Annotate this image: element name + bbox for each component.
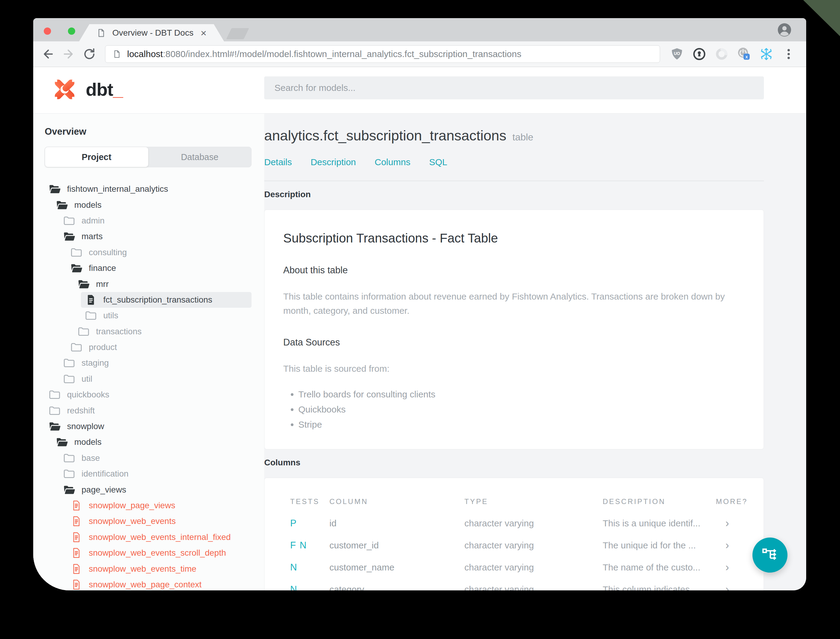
tree-item-models[interactable]: models: [52, 197, 251, 213]
url-text: localhost:8080/index.html#!/model/model.…: [127, 49, 521, 59]
column-description: The unique id for the ...: [603, 534, 716, 556]
lineage-graph-icon: [761, 546, 779, 564]
tree-item-label: snowplow_web_page_context: [89, 580, 202, 590]
tree-item-finance[interactable]: finance: [67, 260, 251, 276]
tree-item-label: fct_subscription_transactions: [103, 295, 212, 305]
tree-item-admin[interactable]: admin: [59, 213, 251, 229]
ublock-icon[interactable]: UO: [670, 48, 684, 61]
description-card: Subscription Transactions - Fact Table A…: [264, 210, 764, 449]
lineage-graph-fab[interactable]: [753, 537, 788, 572]
tree-item-marts[interactable]: marts: [59, 229, 251, 244]
tree-item-util[interactable]: util: [59, 371, 251, 387]
back-button[interactable]: [42, 48, 55, 61]
tree-item-label: models: [74, 200, 102, 210]
column-description: This column indicates ...: [603, 579, 716, 591]
new-tab-button[interactable]: [226, 28, 249, 39]
browser-profile-avatar[interactable]: [777, 23, 792, 37]
close-window-button[interactable]: [44, 27, 51, 35]
model-type-badge: table: [512, 132, 533, 143]
tree-item-fct_subscription_transactions[interactable]: fct_subscription_transactions: [81, 292, 251, 308]
tree-item-fishtown_internal_analytics[interactable]: fishtown_internal_analytics: [45, 181, 251, 197]
sidebar-tab-project[interactable]: Project: [45, 147, 148, 167]
folder-open-icon: [49, 421, 60, 432]
description-section-label: Description: [264, 190, 764, 199]
tree-item-base[interactable]: base: [59, 450, 251, 466]
kebab-menu-icon[interactable]: [782, 48, 795, 61]
browser-toolbar: localhost:8080/index.html#!/model/model.…: [33, 41, 806, 67]
tree-item-label: mrr: [96, 279, 109, 289]
tab-close-icon[interactable]: ×: [200, 28, 206, 38]
column-header-column: COLUMN: [329, 498, 464, 512]
onepassword-icon[interactable]: [693, 48, 706, 61]
forward-button[interactable]: [62, 48, 75, 61]
expand-row-chevron-icon[interactable]: ›: [716, 534, 738, 556]
tree-item-snowplow_page_views[interactable]: snowplow_page_views: [67, 498, 251, 513]
file-outline-icon: [71, 532, 82, 542]
model-nav-link[interactable]: Columns: [375, 157, 410, 167]
column-type: character varying: [464, 556, 603, 579]
expand-row-chevron-icon[interactable]: ›: [716, 512, 738, 534]
column-type: character varying: [464, 512, 603, 534]
tree-item-identification[interactable]: identification: [59, 466, 251, 482]
folder-icon: [49, 405, 60, 416]
tree-item-page_views[interactable]: page_views: [59, 482, 251, 498]
data-source-item: Trello boards for consulting clients: [299, 389, 745, 399]
tree-item-label: consulting: [89, 248, 127, 257]
tree-item-label: snowplow_web_events_time: [89, 564, 196, 574]
tree-item-snowplow_web_events[interactable]: snowplow_web_events: [67, 513, 251, 529]
tree-item-snowplow_web_events_scroll_depth[interactable]: snowplow_web_events_scroll_depth: [67, 545, 251, 561]
tree-item-mrr[interactable]: mrr: [74, 276, 251, 292]
minimize-window-button[interactable]: [56, 27, 63, 35]
tree-item-label: snowplow: [67, 421, 104, 431]
tree-item-snowplow_web_events_time[interactable]: snowplow_web_events_time: [67, 561, 251, 577]
sidebar: Overview ProjectDatabase fishtown_intern…: [33, 114, 264, 590]
tree-item-label: finance: [89, 263, 116, 273]
tree-item-snowplow[interactable]: snowplow: [45, 418, 251, 434]
page-title: analytics.fct_subscription_transactionst…: [264, 127, 764, 144]
tree-item-product[interactable]: product: [67, 339, 251, 355]
search-input[interactable]: [264, 76, 764, 99]
power-x-icon[interactable]: x: [737, 48, 751, 61]
file-outline-icon: [71, 548, 82, 558]
tree-item-label: utils: [103, 311, 118, 320]
tree-item-staging[interactable]: staging: [59, 355, 251, 371]
snowflake-icon[interactable]: [760, 48, 773, 61]
data-sources-list: Trello boards for consulting clientsQuic…: [283, 389, 745, 430]
model-nav-link[interactable]: SQL: [429, 157, 447, 167]
tree-item-utils[interactable]: utils: [81, 308, 251, 323]
tree-item-label: product: [89, 342, 117, 352]
expand-row-chevron-icon[interactable]: ›: [716, 579, 738, 591]
onetab-icon[interactable]: [715, 48, 728, 61]
sidebar-overview-heading: Overview: [45, 126, 251, 137]
browser-tab-strip: Overview - DBT Docs ×: [33, 18, 806, 41]
browser-tab[interactable]: Overview - DBT Docs ×: [79, 24, 224, 41]
model-nav-link[interactable]: Details: [264, 157, 292, 167]
dbt-brand[interactable]: dbt_: [51, 76, 123, 103]
folder-icon: [71, 342, 82, 353]
sidebar-tab-database[interactable]: Database: [148, 147, 251, 167]
reload-button[interactable]: [83, 48, 96, 61]
column-tests-badge: N: [290, 579, 329, 591]
page-favicon-icon: [97, 29, 106, 37]
tree-item-label: util: [81, 374, 92, 384]
columns-section-label: Columns: [264, 458, 764, 467]
zoom-window-button[interactable]: [68, 27, 75, 35]
tree-item-snowplow_web_page_context[interactable]: snowplow_web_page_context: [67, 577, 251, 590]
tree-item-models[interactable]: models: [52, 434, 251, 450]
tree-item-redshift[interactable]: redshift: [45, 402, 251, 418]
address-bar[interactable]: localhost:8080/index.html#!/model/model.…: [105, 45, 660, 63]
tree-item-transactions[interactable]: transactions: [74, 324, 251, 339]
folder-icon: [64, 358, 75, 368]
expand-row-chevron-icon[interactable]: ›: [716, 556, 738, 579]
data-sources-intro: This table is sourced from:: [283, 362, 730, 376]
folder-open-icon: [49, 184, 60, 194]
tree-item-label: staging: [81, 358, 109, 368]
tree-item-quickbooks[interactable]: quickbooks: [45, 387, 251, 402]
project-database-toggle: ProjectDatabase: [45, 147, 251, 167]
column-header-tests: TESTS: [290, 498, 329, 512]
model-nav-link[interactable]: Description: [311, 157, 356, 167]
tree-item-consulting[interactable]: consulting: [67, 245, 251, 260]
tree-item-label: base: [81, 453, 100, 463]
column-name: customer_name: [329, 556, 464, 579]
tree-item-snowplow_web_events_internal_fixed[interactable]: snowplow_web_events_internal_fixed: [67, 529, 251, 545]
